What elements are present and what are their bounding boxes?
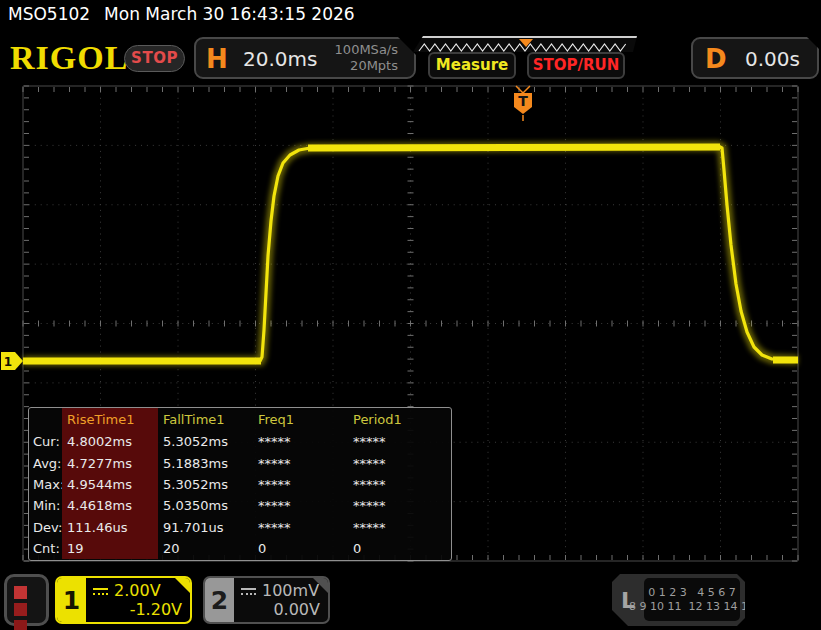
table-value: 19 — [62, 538, 158, 559]
rigol-logo: RIGOL — [10, 39, 128, 77]
sample-rate: 100MSa/s — [335, 42, 398, 57]
table-value: ***** — [348, 452, 448, 473]
grid-menu-icon[interactable] — [4, 574, 49, 626]
column-header: Freq1 — [253, 408, 348, 431]
delay-label: D — [705, 44, 727, 74]
table-value: 111.46us — [62, 517, 158, 538]
row-label: Cnt: — [29, 538, 62, 559]
delay-box[interactable]: D 0.00s — [691, 37, 819, 79]
logic-row1: 0 1 2 3 4 5 6 7 — [648, 586, 735, 600]
datetime: Mon March 30 16:43:15 2026 — [104, 4, 355, 24]
ch1-ground-marker[interactable]: 1 — [1, 352, 23, 370]
table-value: 5.3052ms — [158, 474, 253, 495]
table-value: 5.3052ms — [158, 431, 253, 452]
table-value: 4.7277ms — [62, 452, 158, 473]
row-label: Avg: — [29, 452, 62, 473]
logic-row2: 8 9 10 11 12 13 14 15 — [629, 600, 755, 614]
table-value: 0 — [253, 538, 348, 559]
timebase-value: 20.0ms — [243, 47, 317, 71]
column-header: Period1 — [348, 408, 448, 431]
table-value: ***** — [348, 474, 448, 495]
row-label: Max: — [29, 474, 62, 495]
table-value: ***** — [253, 452, 348, 473]
row-label: Min: — [29, 495, 62, 516]
horizontal-settings-box[interactable]: H 20.0ms 100MSa/s 20Mpts — [194, 37, 416, 79]
channel2-number: 2 — [205, 578, 234, 622]
table-value: 5.0350ms — [158, 495, 253, 516]
acquisition-rates: 100MSa/s 20Mpts — [335, 42, 398, 74]
table-value: 91.701us — [158, 517, 253, 538]
channel1-offset: -1.20V — [93, 600, 182, 619]
column-header: FallTime1 — [158, 408, 253, 431]
table-value: 0 — [348, 538, 448, 559]
run-state-badge[interactable]: STOP — [124, 45, 185, 72]
table-value: 4.9544ms — [62, 474, 158, 495]
ch1-waveform-trace — [23, 146, 798, 361]
table-value: ***** — [348, 495, 448, 516]
table-value: 5.1883ms — [158, 452, 253, 473]
logic-channel-numbers: 0 1 2 3 4 5 6 7 8 9 10 11 12 13 14 15 — [644, 578, 740, 621]
trigger-position-marker[interactable]: T — [514, 86, 532, 121]
dc-coupling-icon — [93, 588, 108, 597]
stop-run-button[interactable]: STOP/RUN — [527, 52, 625, 79]
table-value: ***** — [348, 517, 448, 538]
measurement-results-table[interactable]: RiseTime1 FallTime1 Freq1 Period1 Cur: 4… — [28, 407, 452, 561]
trigger-symbol: T — [518, 93, 528, 109]
table-value: 4.8002ms — [62, 431, 158, 452]
table-value: ***** — [253, 431, 348, 452]
logic-channels-box[interactable]: L 0 1 2 3 4 5 6 7 8 9 10 11 12 13 14 15 — [612, 574, 745, 626]
memory-depth: 20Mpts — [350, 58, 398, 73]
table-value: 4.4618ms — [62, 495, 158, 516]
horizontal-label: H — [206, 44, 228, 74]
titlebar: MSO5102Mon March 30 16:43:15 2026 — [8, 4, 355, 24]
ch1-marker-number: 1 — [4, 355, 12, 369]
table-value: ***** — [253, 474, 348, 495]
table-value: ***** — [348, 431, 448, 452]
overview-zigzag-icon — [413, 39, 637, 53]
waveform-overview-strip[interactable] — [413, 36, 637, 52]
channel1-scale: 2.00V — [114, 581, 161, 600]
oscilloscope-screen: MSO5102Mon March 30 16:43:15 2026 RIGOL … — [0, 0, 821, 630]
channel1-number: 1 — [57, 578, 86, 622]
channel2-box[interactable]: 2 100mV 0.00V — [203, 576, 330, 624]
row-label: Cur: — [29, 431, 62, 452]
table-value: 20 — [158, 538, 253, 559]
measure-button[interactable]: Measure — [428, 52, 516, 79]
channel1-box[interactable]: 1 2.00V -1.20V — [55, 576, 192, 624]
corner-notch-icon — [175, 578, 190, 593]
table-corner — [29, 408, 62, 431]
row-label: Dev: — [29, 517, 62, 538]
channel2-scale: 100mV — [262, 581, 319, 600]
delay-value: 0.00s — [745, 47, 800, 71]
column-header: RiseTime1 — [62, 408, 158, 431]
corner-notch-icon — [313, 578, 328, 593]
channel2-offset: 0.00V — [241, 600, 320, 619]
model-name: MSO5102 — [8, 4, 90, 24]
table-value: ***** — [253, 517, 348, 538]
dc-coupling-icon — [241, 588, 256, 597]
table-value: ***** — [253, 495, 348, 516]
